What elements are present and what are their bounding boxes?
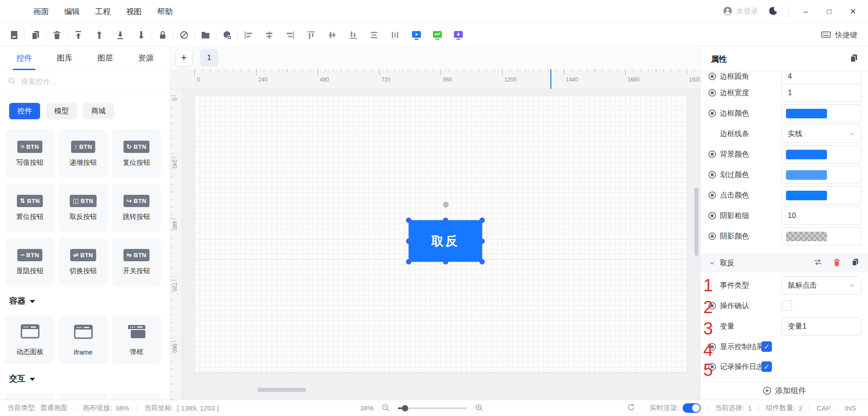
invert-button-widget[interactable]: 取反 xyxy=(409,220,482,262)
send-to-back-icon[interactable] xyxy=(114,29,127,41)
binding-radio-icon[interactable] xyxy=(707,190,717,200)
zoom-slider-thumb[interactable] xyxy=(402,405,408,411)
binding-radio-icon[interactable] xyxy=(707,170,717,180)
variable-input[interactable]: 变量1 xyxy=(781,317,861,335)
horizontal-scrollbar[interactable] xyxy=(257,388,306,392)
window-close-button[interactable]: ✕ xyxy=(846,5,860,19)
menu-help[interactable]: 帮助 xyxy=(157,6,173,17)
zoom-slider[interactable] xyxy=(398,407,467,409)
tab-widgets[interactable]: 控件 xyxy=(16,46,32,70)
filter-widgets[interactable]: 控件 xyxy=(9,103,40,119)
widget-increment[interactable]: ↑BTN递增按钮 xyxy=(59,129,108,178)
page-tab-1[interactable]: 1 xyxy=(200,49,218,66)
binding-radio-icon[interactable] xyxy=(707,149,717,159)
menu-project[interactable]: 工程 xyxy=(95,6,111,17)
click-color-picker[interactable] xyxy=(781,186,861,204)
resize-handle-ne[interactable] xyxy=(479,218,485,223)
vertical-scrollbar[interactable] xyxy=(694,188,699,256)
menu-screen[interactable]: 画面 xyxy=(33,6,49,17)
add-page-button[interactable]: + xyxy=(176,50,192,66)
border-style-select[interactable]: 实线 xyxy=(781,125,861,143)
bg-color-picker[interactable] xyxy=(781,145,861,163)
realtime-render-toggle[interactable] xyxy=(683,403,701,413)
section-container[interactable]: 容器 xyxy=(0,286,170,312)
login-status[interactable]: 未登录 xyxy=(723,6,758,18)
distribute-vertical-icon[interactable] xyxy=(368,29,380,41)
widget-show-hide[interactable]: ╍BTN显隐按钮 xyxy=(5,238,54,286)
show-result-checkbox[interactable] xyxy=(761,341,772,352)
tab-layers[interactable]: 图层 xyxy=(98,46,113,70)
widget-card-partial[interactable] xyxy=(112,393,161,400)
refresh-icon[interactable] xyxy=(627,403,636,413)
save-icon[interactable] xyxy=(8,29,21,41)
window-minimize-button[interactable]: – xyxy=(799,5,812,19)
add-component-icon[interactable] xyxy=(221,29,233,41)
widget-dynamic-panel[interactable]: 动态面板 xyxy=(5,315,54,364)
event-type-select[interactable]: 鼠标点击 xyxy=(781,276,861,294)
move-down-icon[interactable] xyxy=(135,29,148,41)
copy-properties-icon[interactable] xyxy=(849,53,859,65)
binding-radio-icon[interactable] xyxy=(707,231,717,241)
border-width-input[interactable]: 1 xyxy=(781,84,861,102)
resize-handle-nw[interactable] xyxy=(406,218,411,223)
binding-radio-icon[interactable] xyxy=(707,88,717,98)
shadow-size-input[interactable]: 10 xyxy=(781,207,861,225)
confirm-checkbox[interactable] xyxy=(781,300,792,311)
binding-radio-icon[interactable] xyxy=(707,301,717,311)
widget-modal[interactable]: 弹框 xyxy=(112,315,161,364)
theme-moon-icon[interactable] xyxy=(768,6,778,18)
shadow-color-picker[interactable] xyxy=(781,227,861,245)
resize-handle-se[interactable] xyxy=(479,259,485,264)
log-checkbox[interactable] xyxy=(761,361,772,372)
widget-card-partial[interactable] xyxy=(5,393,54,400)
delete-icon[interactable] xyxy=(51,29,63,41)
widget-invert[interactable]: ◫BTN取反按钮 xyxy=(59,183,108,232)
tab-gallery[interactable]: 图库 xyxy=(57,46,72,70)
align-horizontal-center-icon[interactable] xyxy=(326,29,339,41)
duplicate-icon[interactable] xyxy=(29,29,42,41)
collapse-icon[interactable] xyxy=(709,260,715,266)
border-color-picker[interactable] xyxy=(781,104,861,122)
filter-store[interactable]: 商城 xyxy=(83,103,114,119)
zoom-out-icon[interactable] xyxy=(381,403,390,414)
widget-jump[interactable]: ↪BTN跳转按钮 xyxy=(112,183,161,232)
copy-event-icon[interactable] xyxy=(851,258,860,269)
resize-handle-n[interactable] xyxy=(443,218,448,223)
align-vertical-center-icon[interactable] xyxy=(263,29,276,41)
resize-handle-w[interactable] xyxy=(406,238,411,244)
resize-handle-e[interactable] xyxy=(479,238,485,244)
design-canvas[interactable]: 取反 xyxy=(195,96,687,372)
widget-reset[interactable]: ↻BTN复位按钮 xyxy=(112,129,161,178)
binding-radio-icon[interactable] xyxy=(707,211,717,221)
resize-handle-sw[interactable] xyxy=(406,259,411,264)
rotate-handle[interactable] xyxy=(443,202,449,208)
binding-radio-icon[interactable] xyxy=(707,72,717,81)
widget-set-bit[interactable]: ⇅BTN置位按钮 xyxy=(5,183,54,232)
preview-icon[interactable] xyxy=(410,29,423,41)
distribute-horizontal-icon[interactable] xyxy=(389,29,401,41)
menu-view[interactable]: 视图 xyxy=(126,6,142,17)
add-component-button[interactable]: 添加组件 xyxy=(701,381,868,400)
filter-models[interactable]: 模型 xyxy=(46,103,77,119)
bring-to-front-icon[interactable] xyxy=(72,29,85,41)
move-up-icon[interactable] xyxy=(93,29,106,41)
widget-on-off[interactable]: ⇋BTN开关按钮 xyxy=(112,238,161,286)
align-left-icon[interactable] xyxy=(242,29,255,41)
widget-card-partial[interactable] xyxy=(59,393,108,400)
widget-write-value[interactable]: ≡BTN写值按钮 xyxy=(5,129,54,178)
publish-icon[interactable] xyxy=(452,29,465,41)
zoom-in-icon[interactable] xyxy=(474,403,484,414)
binding-radio-icon[interactable] xyxy=(707,108,717,118)
folder-icon[interactable] xyxy=(199,29,212,41)
search-input[interactable] xyxy=(21,78,149,86)
section-interact[interactable]: 交互 xyxy=(0,364,170,390)
delete-event-icon[interactable] xyxy=(832,258,842,269)
align-bottom-icon[interactable] xyxy=(347,29,360,41)
window-maximize-button[interactable]: □ xyxy=(822,5,836,19)
binding-radio-icon[interactable] xyxy=(707,362,717,372)
widget-switch[interactable]: ⇌BTN切换按钮 xyxy=(59,238,108,286)
swap-event-icon[interactable] xyxy=(813,257,823,269)
binding-radio-icon[interactable] xyxy=(707,342,717,352)
shortcut-keys-button[interactable]: 快捷键 xyxy=(821,24,857,47)
simulate-icon[interactable] xyxy=(431,29,444,41)
